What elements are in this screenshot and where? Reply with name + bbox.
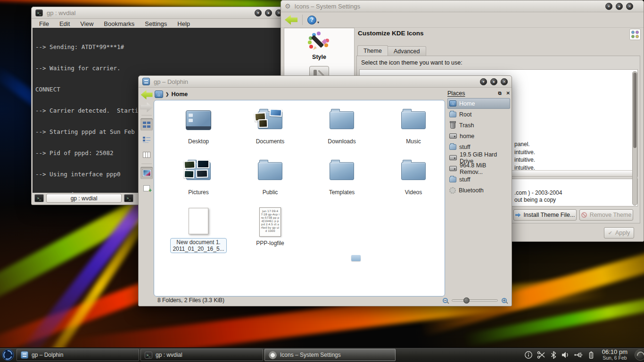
- konsole-titlebar[interactable]: >_ gp : wvdial ▾ ● ✕: [32, 7, 286, 19]
- places-panel-header[interactable]: Places ⧉ ✕: [447, 89, 510, 98]
- clock-date: Sun, 6 Feb: [602, 355, 627, 361]
- battery-icon[interactable]: [587, 351, 595, 359]
- place-item-removable[interactable]: 964.8 MiB Remov...: [447, 163, 510, 174]
- close-panel-icon[interactable]: ✕: [506, 90, 510, 96]
- zoom-in-icon[interactable]: +: [502, 298, 507, 303]
- menu-help[interactable]: Help: [177, 20, 190, 27]
- task-dolphin[interactable]: gp – Dolphin: [17, 349, 139, 361]
- app-launcher-button[interactable]: [1, 348, 15, 362]
- help-button[interactable]: ? ▾: [307, 16, 319, 25]
- file-item-ppp-logfile[interactable]: Jan 17 09:4 7:18 gp-Asp ire-5738 pp pd[1…: [234, 202, 306, 253]
- place-item-bluetooth[interactable]: Bluetooth: [447, 185, 510, 196]
- menu-bookmarks[interactable]: Bookmarks: [104, 20, 134, 27]
- list-item-fragment[interactable]: panel.: [514, 140, 535, 148]
- system-settings-titlebar[interactable]: ⚙ Icons – System Settings ▾ ● ✕: [281, 0, 644, 12]
- apply-button[interactable]: ✔ Apply: [604, 227, 634, 239]
- back-button[interactable]: [141, 90, 153, 99]
- menu-edit[interactable]: Edit: [59, 20, 70, 27]
- maximize-button[interactable]: ●: [490, 78, 497, 85]
- maximize-button[interactable]: ●: [616, 3, 623, 10]
- menu-view[interactable]: View: [80, 20, 93, 27]
- folder-item-videos[interactable]: Videos: [378, 151, 445, 202]
- detach-panel-icon[interactable]: ⧉: [498, 90, 501, 96]
- folder-view[interactable]: Desktop Documents Downloads Music: [154, 100, 445, 296]
- folder-icon: [449, 177, 456, 182]
- minimize-button[interactable]: ▾: [255, 9, 262, 16]
- terminal-icon: >_: [35, 9, 43, 16]
- folder-item-downloads[interactable]: Downloads: [306, 100, 378, 151]
- overview-dots-icon[interactable]: [629, 29, 641, 40]
- split-view-button[interactable]: [140, 182, 153, 194]
- place-item-stuff-2[interactable]: stuff: [447, 174, 510, 185]
- new-tab-split-button[interactable]: >_: [124, 194, 133, 202]
- folder-label: Videos: [405, 189, 422, 196]
- panel-cashew-icon[interactable]: [635, 349, 644, 361]
- folder-label: Templates: [329, 189, 355, 196]
- place-item-home[interactable]: ⌂ Home: [447, 98, 510, 109]
- zoom-slider[interactable]: [452, 299, 498, 302]
- menu-file[interactable]: File: [39, 20, 49, 27]
- file-item-new-document[interactable]: New document 1. 2011_01_20_16_5...: [163, 202, 234, 253]
- home-icon[interactable]: ⌂: [155, 90, 163, 98]
- bluetooth-icon[interactable]: [550, 351, 557, 359]
- maximize-button[interactable]: ●: [265, 9, 272, 16]
- minimize-button[interactable]: ▾: [480, 78, 487, 85]
- toolbar-separator: [302, 15, 303, 25]
- places-title: Places: [447, 90, 465, 97]
- icons-view-icon: [143, 122, 150, 128]
- list-item-fragment[interactable]: intuitive.: [514, 148, 535, 156]
- konsole-tab[interactable]: gp : wvdial: [46, 194, 122, 203]
- music-folder-icon: [401, 111, 426, 129]
- clock-time: 06:10 pm: [602, 349, 627, 355]
- scrollbar[interactable]: [632, 71, 637, 206]
- columns-view-button[interactable]: [140, 148, 153, 161]
- tab-theme[interactable]: Theme: [357, 45, 388, 57]
- dolphin-titlebar[interactable]: gp – Dolphin ▾ ● ✕: [139, 76, 512, 88]
- usb-device-notifier-icon[interactable]: [574, 351, 583, 359]
- volume-icon[interactable]: [561, 351, 570, 359]
- zoom-out-icon[interactable]: –: [443, 298, 448, 303]
- back-arrow-icon[interactable]: [285, 15, 297, 25]
- tab-advanced[interactable]: Advanced: [388, 46, 426, 57]
- folder-item-pictures[interactable]: Pictures: [163, 151, 234, 202]
- list-item-fragment[interactable]: intuitive.: [514, 156, 535, 164]
- place-item-trash[interactable]: Trash: [447, 120, 510, 131]
- breadcrumb-separator: ❯: [165, 92, 169, 97]
- place-item-root[interactable]: Root: [447, 109, 510, 120]
- place-item-home-partition[interactable]: home: [447, 131, 510, 141]
- zoom-slider-handle[interactable]: [463, 297, 470, 304]
- klipper-scissors-icon[interactable]: [537, 351, 546, 359]
- breadcrumb-home[interactable]: Home: [172, 91, 188, 98]
- folder-item-templates[interactable]: Templates: [306, 151, 378, 202]
- task-konsole[interactable]: >_ gp : wvdial: [140, 349, 263, 361]
- preview-button[interactable]: [140, 167, 153, 179]
- menu-settings[interactable]: Settings: [145, 20, 167, 27]
- folder-item-documents[interactable]: Documents: [234, 100, 306, 151]
- folder-item-music[interactable]: Music: [378, 100, 445, 151]
- close-button[interactable]: ✕: [626, 3, 633, 10]
- info-tray-icon[interactable]: [524, 351, 533, 359]
- install-theme-button[interactable]: Install Theme File...: [513, 209, 577, 221]
- new-tab-button[interactable]: >_: [34, 194, 44, 202]
- system-settings-window-title: Icons – System Settings: [295, 3, 360, 10]
- install-theme-label: Install Theme File...: [524, 212, 575, 218]
- sidebar-item-style[interactable]: Style: [286, 28, 352, 62]
- close-button[interactable]: ✕: [501, 78, 508, 85]
- taskbar-panel: gp – Dolphin >_ gp : wvdial Icons – Syst…: [0, 347, 644, 362]
- task-system-settings[interactable]: Icons – System Settings: [264, 349, 396, 361]
- details-view-button[interactable]: [140, 133, 153, 146]
- forward-button[interactable]: [140, 102, 153, 112]
- place-label: Root: [459, 111, 471, 118]
- folder-item-desktop[interactable]: Desktop: [163, 100, 234, 151]
- folder-item-public[interactable]: Public: [234, 151, 306, 202]
- clock[interactable]: 06:10 pm Sun, 6 Feb: [599, 349, 630, 361]
- remove-theme-button[interactable]: Remove Theme: [579, 209, 633, 221]
- icons-view-button[interactable]: [140, 118, 153, 131]
- desktop-folder-icon: [186, 110, 211, 130]
- scrollbar-thumb[interactable]: [633, 73, 636, 148]
- file-name-line: 2011_01_20_16_5...: [173, 246, 224, 252]
- dolphin-window: gp – Dolphin ▾ ● ✕ ⌂ ❯ Home: [138, 75, 512, 306]
- konsole-menubar: File Edit View Bookmarks Settings Help: [32, 19, 286, 28]
- minimize-button[interactable]: ▾: [605, 3, 612, 10]
- folder-icon: [449, 144, 456, 150]
